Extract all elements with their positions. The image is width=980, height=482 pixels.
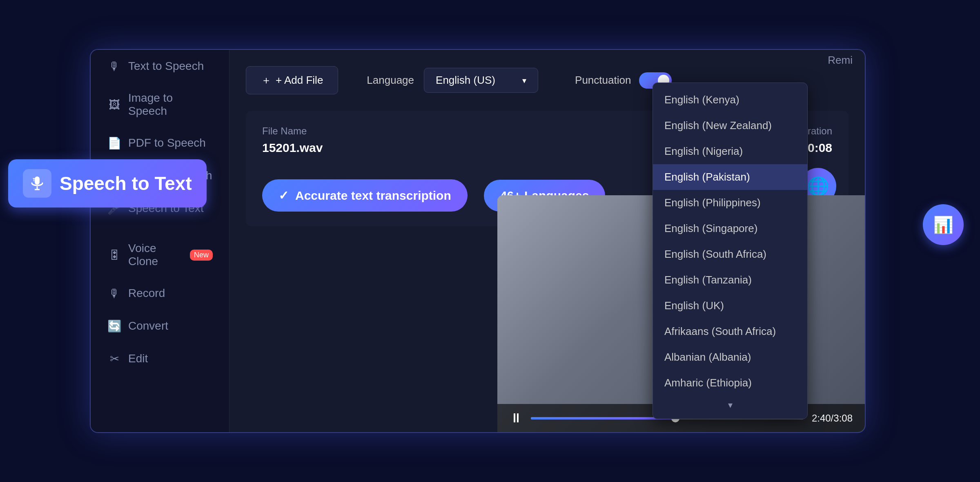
remi-label: Remi [828,54,853,67]
sidebar: 🎙 Text to Speech 🖼 Image to Speech 📄 PDF… [91,50,229,432]
lang-option-singapore[interactable]: English (Singapore) [653,216,807,241]
sidebar-item-record[interactable]: 🎙 Record [91,277,229,310]
image-to-speech-icon: 🖼 [107,97,122,112]
punctuation-label: Punctuation [575,74,631,87]
lang-option-label: English (Pakistan) [664,171,750,183]
pause-button[interactable]: ⏸ [510,411,523,426]
svg-rect-4 [35,176,40,185]
language-select[interactable]: English (US) ▾ [424,68,538,93]
lang-option-nigeria[interactable]: English (Nigeria) [653,138,807,164]
lang-option-albanian[interactable]: Albanian (Albania) [653,344,807,370]
stt-icon: T [23,169,51,198]
sidebar-item-edit[interactable]: ✂ Edit [91,342,229,375]
lang-option-label: English (Philippines) [664,196,761,209]
selected-language-value: English (US) [436,74,495,87]
lang-option-afrikaans[interactable]: Afrikaans (South Africa) [653,319,807,344]
lang-option-philippines[interactable]: English (Philippines) [653,190,807,216]
record-icon: 🎙 [107,286,122,301]
mic-icon: T [29,176,45,191]
language-dropdown: English (Kenya) English (New Zealand) En… [653,83,808,419]
convert-icon: 🔄 [107,319,122,333]
accurate-transcription-badge: ✓ Accurate text transcription [262,179,468,212]
globe-icon: 🌐 [807,176,829,197]
sidebar-item-label: Voice Clone [128,242,180,268]
lang-option-label: Albanian (Albania) [664,351,751,363]
sidebar-item-convert[interactable]: 🔄 Convert [91,310,229,342]
lang-option-label: English (Kenya) [664,94,739,106]
lang-option-label: English (UK) [664,299,724,312]
accurate-text-label: Accurate text transcription [295,189,451,203]
new-badge: New [190,250,213,261]
sidebar-item-voice-clone[interactable]: 🎛 Voice Clone New [91,233,229,277]
sidebar-item-pdf-to-speech[interactable]: 📄 PDF to Speech [91,127,229,159]
lang-option-tanzania[interactable]: English (Tanzania) [653,267,807,293]
lang-option-new-zealand[interactable]: English (New Zealand) [653,113,807,138]
lang-option-label: Afrikaans (South Africa) [664,325,776,337]
time-display: 2:40/3:08 [812,413,853,424]
lang-option-label: English (Nigeria) [664,145,743,157]
lang-option-uk[interactable]: English (UK) [653,293,807,319]
language-label: Language [367,74,414,87]
stt-text-label: Speech to Text [60,172,192,194]
pdf-to-speech-icon: 📄 [107,136,122,150]
lang-option-pakistan[interactable]: English (Pakistan) [653,164,807,190]
dropdown-scroll-icon[interactable]: ▾ [653,396,807,415]
lang-option-label: English (Tanzania) [664,274,752,286]
sidebar-item-text-to-speech[interactable]: 🎙 Text to Speech [91,50,229,83]
svg-text:T: T [33,178,35,182]
add-file-button[interactable]: ＋ + Add File [246,66,338,94]
lang-option-label: English (New Zealand) [664,119,772,132]
sidebar-item-label: Image to Speech [128,91,213,118]
sidebar-item-image-to-speech[interactable]: 🖼 Image to Speech [91,83,229,127]
speech-to-text-badge: T Speech to Text [8,159,207,208]
language-section: Language English (US) ▾ [367,68,538,93]
text-to-speech-icon: 🎙 [107,59,122,74]
lang-option-south-africa[interactable]: English (South Africa) [653,241,807,267]
lang-option-amharic[interactable]: Amharic (Ethiopia) [653,370,807,396]
lang-option-label: Amharic (Ethiopia) [664,377,752,389]
voice-clone-icon: 🎛 [107,248,122,262]
sidebar-item-label: Text to Speech [128,60,204,73]
edit-icon: ✂ [107,351,122,366]
sidebar-item-label: Convert [128,319,168,332]
audio-wave-icon: 📊 [933,215,953,234]
chevron-down-icon: ▾ [522,76,526,85]
lang-option-label: English (South Africa) [664,248,766,260]
main-content: Remi ＋ + Add File Language English (US) … [229,50,865,432]
add-file-label: + Add File [276,74,323,87]
check-icon: ✓ [278,188,289,203]
sidebar-item-label: Record [128,287,165,300]
plus-icon: ＋ [261,73,272,87]
lang-option-label: English (Singapore) [664,222,757,234]
sidebar-item-label: Edit [128,352,148,365]
sidebar-item-label: PDF to Speech [128,136,206,150]
lang-option-kenya[interactable]: English (Kenya) [653,87,807,113]
app-window: 🎙 Text to Speech 🖼 Image to Speech 📄 PDF… [90,49,866,433]
floating-audio-badge: 📊 [923,204,964,245]
scene: 🎙 Text to Speech 🖼 Image to Speech 📄 PDF… [41,25,939,457]
